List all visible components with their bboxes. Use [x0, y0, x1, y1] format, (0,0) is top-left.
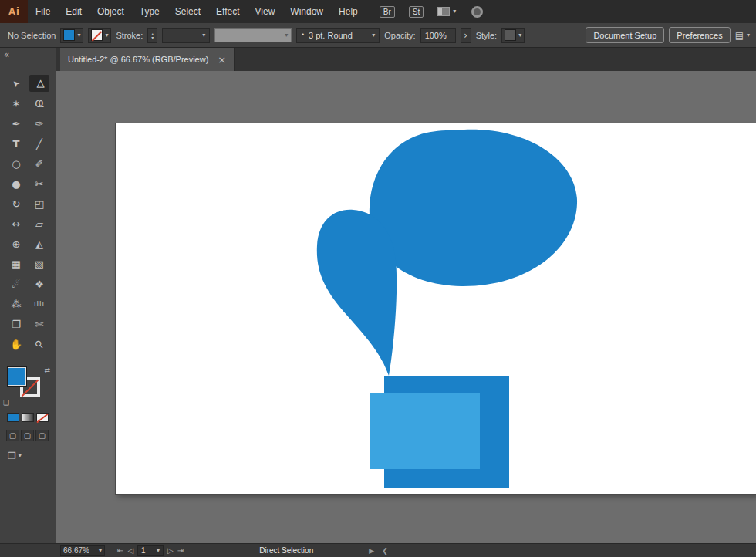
magic-wand-tool-icon: ✶ [12, 99, 21, 109]
next-artboard-icon[interactable]: ▷ [167, 546, 174, 555]
line-segment-tool[interactable]: ╱ [29, 135, 49, 152]
creative-cloud-icon[interactable] [471, 6, 483, 18]
eyedropper-tool[interactable]: ☄ [6, 275, 26, 292]
line-segment-tool-icon: ╱ [36, 139, 42, 149]
menu-file[interactable]: File [28, 0, 58, 23]
zoom-tool-icon: ⚲ [33, 338, 46, 350]
blob-brush-tool[interactable]: ● [6, 175, 26, 192]
shape-builder-tool-icon: ⊕ [12, 239, 21, 249]
default-fill-stroke-icon[interactable]: ❏ [3, 399, 9, 407]
artboard-number-field[interactable]: 1 ▾ [137, 545, 164, 556]
first-artboard-icon[interactable]: ⇤ [117, 546, 123, 555]
document-tab-title: Untitled-2* @ 66.67% (RGB/Preview) [68, 55, 208, 64]
draw-behind-button[interactable]: ▢ [21, 430, 34, 441]
artboard[interactable] [116, 123, 756, 494]
menu-effect[interactable]: Effect [208, 0, 247, 23]
stepper-down-icon: ▾ [151, 35, 154, 39]
opacity-field[interactable]: 100% [420, 28, 456, 43]
slice-tool[interactable]: ✄ [29, 316, 49, 333]
canvas-pasteboard[interactable] [56, 71, 756, 543]
draw-inside-button[interactable]: ▢ [35, 430, 49, 441]
artboard-tool[interactable]: ❐ [6, 316, 26, 333]
selection-tool[interactable]: ➤ [6, 75, 26, 92]
stock-button[interactable]: St [409, 6, 424, 18]
scissors-tool-icon: ✂ [35, 179, 44, 189]
free-transform-tool[interactable]: ▱ [29, 215, 49, 232]
play-icon[interactable]: ▶ [369, 547, 374, 555]
gradient-tool[interactable]: ▧ [29, 255, 49, 272]
menu-select[interactable]: Select [167, 0, 208, 23]
curvature-tool-icon: ✑ [35, 119, 44, 129]
workspace-switcher[interactable]: ▾ [437, 7, 456, 16]
menu-edit[interactable]: Edit [58, 0, 89, 23]
blend-tool-icon: ❖ [35, 279, 44, 289]
lasso-tool[interactable]: Ҩ [29, 95, 49, 112]
chevron-down-icon: ▾ [747, 32, 750, 39]
scissors-tool[interactable]: ✂ [29, 175, 49, 192]
artwork-leaf-shape[interactable] [317, 210, 397, 376]
zoom-level-combo[interactable]: 66.67% ▾ [60, 545, 105, 556]
previous-artboard-icon[interactable]: ◁ [127, 546, 133, 555]
brush-definition-combo[interactable]: • 3 pt. Round ▾ [296, 28, 380, 43]
stroke-weight-combo[interactable]: ▾ [162, 28, 210, 43]
artwork-rect-light[interactable] [370, 393, 480, 469]
current-tool-readout: Direct Selection [259, 546, 313, 555]
stroke-color-dropdown[interactable]: ▾ [88, 28, 111, 43]
close-tab-icon[interactable]: × [218, 55, 226, 65]
hand-tool[interactable]: ✋ [6, 336, 26, 353]
none-mode-button[interactable] [36, 413, 49, 422]
chevron-down-icon: ▾ [99, 548, 102, 554]
last-artboard-icon[interactable]: ⇥ [177, 546, 184, 555]
mesh-tool-icon: ▦ [12, 259, 21, 269]
document-tab[interactable]: Untitled-2* @ 66.67% (RGB/Preview) × [60, 48, 235, 71]
direct-selection-tool[interactable]: ▷ [29, 75, 49, 92]
arrange-dropdown[interactable]: ▤ ▾ [735, 30, 750, 41]
slice-tool-icon: ✄ [35, 319, 44, 329]
color-mode-button[interactable] [7, 413, 19, 422]
type-tool[interactable]: T [6, 135, 26, 152]
magic-wand-tool[interactable]: ✶ [6, 95, 26, 112]
menu-window[interactable]: Window [282, 0, 331, 23]
shape-builder-tool[interactable]: ⊕ [6, 235, 26, 252]
menu-object[interactable]: Object [89, 0, 132, 23]
rotate-tool[interactable]: ↻ [6, 195, 26, 212]
width-tool[interactable]: ↔ [6, 215, 26, 232]
blend-tool[interactable]: ❖ [29, 275, 49, 292]
screen-mode-button[interactable]: ❐ ▾ [8, 451, 31, 461]
menu-view[interactable]: View [248, 0, 283, 23]
gradient-mode-button[interactable] [22, 413, 34, 422]
tools-panel-header[interactable]: « [0, 48, 56, 71]
pen-tool[interactable]: ✒ [6, 115, 26, 132]
zoom-level-value: 66.67% [63, 546, 89, 555]
scale-tool[interactable]: ◰ [29, 195, 49, 212]
ellipse-tool[interactable]: ○ [6, 155, 26, 172]
column-graph-tool-icon: ıllı [34, 301, 45, 308]
bridge-button[interactable]: Br [380, 6, 395, 18]
mesh-tool[interactable]: ▦ [6, 255, 26, 272]
eyedropper-tool-icon: ☄ [12, 279, 21, 289]
preferences-button[interactable]: Preferences [669, 27, 730, 43]
illustrator-window: Ai File Edit Object Type Select Effect V… [0, 0, 756, 557]
fill-color-dropdown[interactable]: ▾ [60, 28, 83, 43]
zoom-tool[interactable]: ⚲ [29, 336, 49, 353]
document-setup-button[interactable]: Document Setup [586, 27, 664, 43]
stroke-weight-stepper[interactable]: ▴ ▾ [147, 28, 157, 43]
draw-normal-button[interactable]: ▢ [6, 430, 19, 441]
chevron-down-icon: ▾ [285, 32, 288, 39]
panel-chevron-icon[interactable]: ❮ [382, 547, 388, 555]
style-dropdown[interactable]: ▾ [501, 28, 525, 43]
artwork-blob-shape[interactable] [370, 130, 577, 286]
curvature-tool[interactable]: ✑ [29, 115, 49, 132]
symbol-sprayer-tool[interactable]: ⁂ [6, 295, 26, 312]
menu-type[interactable]: Type [132, 0, 167, 23]
menu-help[interactable]: Help [331, 0, 366, 23]
paintbrush-tool[interactable]: ✐ [29, 155, 49, 172]
swap-fill-stroke-icon[interactable]: ⇄ [44, 366, 50, 374]
opacity-panel-button[interactable]: › [461, 28, 471, 43]
column-graph-tool[interactable]: ıllı [29, 295, 49, 312]
width-profile-dropdown: ▾ [214, 28, 292, 42]
perspective-grid-tool[interactable]: ◭ [29, 235, 49, 252]
paint-mode-row [7, 413, 56, 422]
type-tool-icon: T [13, 139, 20, 149]
fill-color-control[interactable] [7, 366, 27, 387]
